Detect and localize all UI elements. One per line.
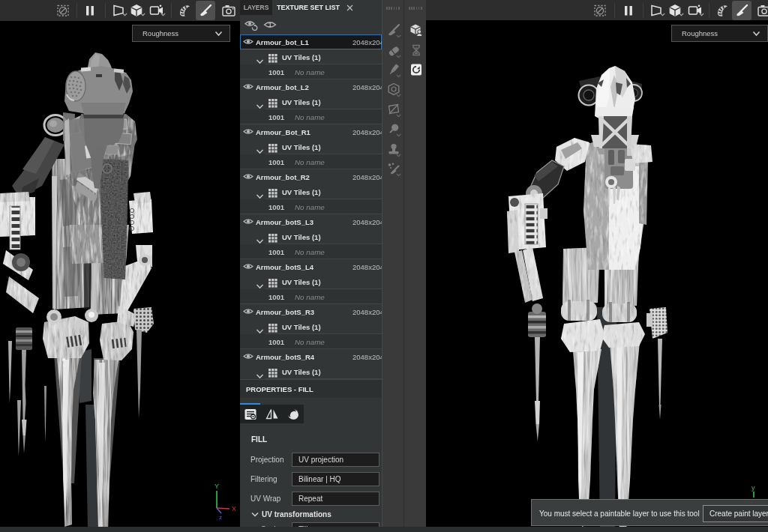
svg-text:1: 1 <box>268 21 272 28</box>
svg-text:Y: Y <box>214 483 219 490</box>
svg-text:y: y <box>752 484 755 492</box>
svg-text:z: z <box>219 514 222 521</box>
svg-text:X: X <box>232 505 236 513</box>
